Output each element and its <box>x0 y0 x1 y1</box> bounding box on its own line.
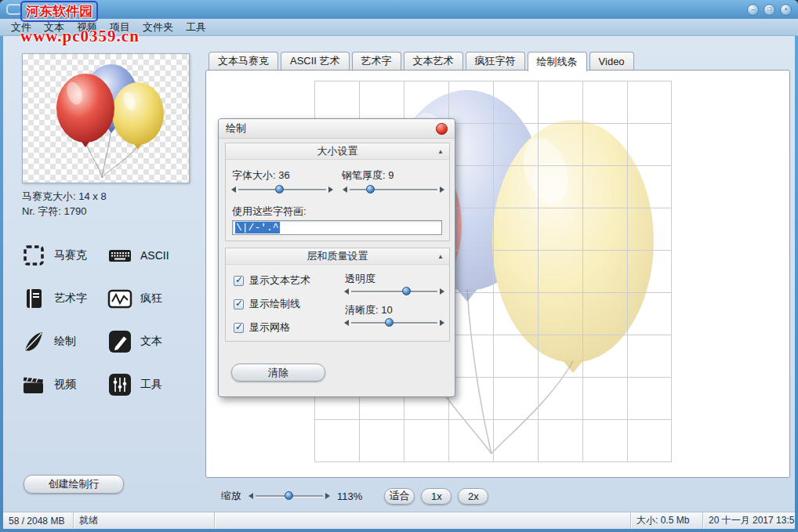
transparency-label: 透明度 <box>345 272 375 286</box>
font-size-slider[interactable] <box>230 184 334 195</box>
checkbox-checked-icon[interactable] <box>234 299 244 309</box>
slider-thumb[interactable] <box>275 185 284 194</box>
tool-label: 文本 <box>140 335 162 349</box>
slider-right-arrow-icon[interactable] <box>440 320 444 326</box>
app-window: Textaizer Pro+ – □ × 文件 文本 视频 项目 文件夹 工具 <box>0 0 798 532</box>
mosaic-size-label: 马赛克大小: 14 x 8 <box>22 190 107 204</box>
clarity-label: 清晰度: 10 <box>345 303 393 317</box>
pen-thickness-label: 钢笔厚度: 9 <box>342 168 394 183</box>
checkbox-checked-icon[interactable] <box>234 276 244 286</box>
book-icon <box>20 285 47 312</box>
section-title: 层和质量设置 <box>307 249 368 263</box>
create-draw-lines-button[interactable]: 创建绘制行 <box>24 475 124 494</box>
quality-settings-group: 层和质量设置 ▲ 显示文本艺术 显示绘制线 显示网格 透明度 <box>225 248 450 342</box>
slider-right-arrow-icon[interactable] <box>440 186 444 193</box>
collapse-up-icon: ▲ <box>437 148 444 155</box>
tab-crazy-chars[interactable]: 疯狂字符 <box>466 52 525 70</box>
tool-video[interactable]: 视频 <box>20 371 107 398</box>
pencil-icon <box>107 328 133 355</box>
show-draw-lines-checkbox[interactable]: 显示绘制线 <box>234 297 300 311</box>
zoom-1x-button[interactable]: 1x <box>421 488 452 505</box>
slider-left-arrow-icon[interactable] <box>248 493 253 499</box>
minimize-button[interactable]: – <box>747 4 759 16</box>
clapperboard-icon <box>20 371 47 398</box>
datetime-status: 20 十一月 2017 13:5 <box>702 512 795 529</box>
sliders-icon <box>107 371 133 398</box>
slider-thumb[interactable] <box>402 287 411 295</box>
chars-input[interactable]: \|/-'.^ <box>232 220 442 235</box>
clear-button[interactable]: 清除 <box>231 364 325 382</box>
checkbox-label: 显示文本艺术 <box>249 273 310 288</box>
keyboard-icon <box>107 242 133 269</box>
tool-label: 疯狂 <box>140 291 162 306</box>
fit-button[interactable]: 适合 <box>384 488 415 505</box>
slider-right-arrow-icon[interactable] <box>325 493 330 499</box>
char-count-label: Nr. 字符: 1790 <box>22 204 86 219</box>
collapse-up-icon: ▲ <box>437 253 444 260</box>
section-title: 大小设置 <box>317 144 358 158</box>
show-grid-checkbox[interactable]: 显示网格 <box>234 320 290 335</box>
zoom-percent: 113% <box>337 490 362 502</box>
zoom-slider[interactable] <box>248 490 331 501</box>
pen-thickness-slider[interactable] <box>342 184 445 195</box>
tool-crazy[interactable]: 疯狂 <box>107 285 193 312</box>
tab-text-art[interactable]: 文本艺术 <box>404 52 463 70</box>
font-size-label: 字体大小: 36 <box>232 168 290 183</box>
tool-art-text[interactable]: 艺术字 <box>20 285 107 312</box>
window-controls: – □ × <box>747 4 792 16</box>
slider-right-arrow-icon[interactable] <box>328 186 333 193</box>
transparency-slider[interactable] <box>343 286 445 297</box>
slider-thumb[interactable] <box>366 185 375 194</box>
menu-project[interactable]: 项目 <box>103 20 136 35</box>
show-text-art-checkbox[interactable]: 显示文本艺术 <box>234 273 310 288</box>
clarity-slider[interactable] <box>343 317 445 328</box>
tool-ascii[interactable]: ASCII <box>107 242 193 269</box>
app-icon <box>6 4 22 15</box>
chars-label: 使用这些字符画: <box>232 204 307 219</box>
slider-left-arrow-icon[interactable] <box>231 186 236 193</box>
dialog-title: 绘制 <box>226 121 246 136</box>
menu-bar: 文件 文本 视频 项目 文件夹 工具 <box>0 19 798 36</box>
slider-thumb[interactable] <box>285 491 293 500</box>
quality-settings-header[interactable]: 层和质量设置 ▲ <box>226 248 449 265</box>
zoom-2x-button[interactable]: 2x <box>458 488 488 505</box>
feather-icon <box>20 328 47 355</box>
tab-ascii-art[interactable]: ASCII 艺术 <box>281 52 350 70</box>
tool-label: 工具 <box>140 378 162 392</box>
tab-text-mosaic[interactable]: 文本马赛克 <box>209 52 278 70</box>
tool-label: 绘制 <box>54 335 76 349</box>
draw-dialog: 绘制 大小设置 ▲ 字体大小: 36 钢笔厚度: 9 使用 <box>218 118 455 397</box>
menu-tools[interactable]: 工具 <box>180 20 212 35</box>
checkbox-label: 显示网格 <box>249 320 290 335</box>
tool-tools[interactable]: 工具 <box>107 371 193 398</box>
close-button[interactable]: × <box>780 4 792 16</box>
tool-draw[interactable]: 绘制 <box>20 328 107 355</box>
slider-thumb[interactable] <box>385 318 394 327</box>
tool-grid: 马赛克 ASCII 艺术字 疯狂 绘制 <box>20 233 194 406</box>
zoom-label: 缩放 <box>221 489 241 503</box>
size-settings-header[interactable]: 大小设置 ▲ <box>226 143 449 160</box>
slider-left-arrow-icon[interactable] <box>344 288 349 295</box>
checkbox-label: 显示绘制线 <box>249 297 300 311</box>
menu-file[interactable]: 文件 <box>5 20 38 35</box>
checkbox-checked-icon[interactable] <box>234 323 244 333</box>
slider-left-arrow-icon[interactable] <box>343 186 347 193</box>
slider-right-arrow-icon[interactable] <box>440 288 444 295</box>
tab-draw-lines[interactable]: 绘制线条 <box>528 52 587 71</box>
menu-video[interactable]: 视频 <box>71 20 103 35</box>
tool-mosaic[interactable]: 马赛克 <box>20 242 107 269</box>
menu-folder[interactable]: 文件夹 <box>136 20 180 35</box>
slider-left-arrow-icon[interactable] <box>344 320 349 326</box>
zoom-bar: 缩放 113% 适合 1x 2x <box>221 486 488 506</box>
tool-text[interactable]: 文本 <box>107 328 193 355</box>
tool-label: 视频 <box>54 378 76 392</box>
dialog-title-bar[interactable]: 绘制 <box>219 119 455 139</box>
tab-art-text[interactable]: 艺术字 <box>352 52 401 70</box>
window-title: Textaizer Pro+ <box>27 4 92 16</box>
preview-frame <box>22 53 190 183</box>
dialog-close-icon[interactable] <box>436 123 448 135</box>
tab-bar: 文本马赛克 ASCII 艺术 艺术字 文本艺术 疯狂字符 绘制线条 Video <box>209 52 634 71</box>
tab-video[interactable]: Video <box>589 52 634 70</box>
maximize-button[interactable]: □ <box>764 4 775 16</box>
menu-text[interactable]: 文本 <box>38 20 71 35</box>
